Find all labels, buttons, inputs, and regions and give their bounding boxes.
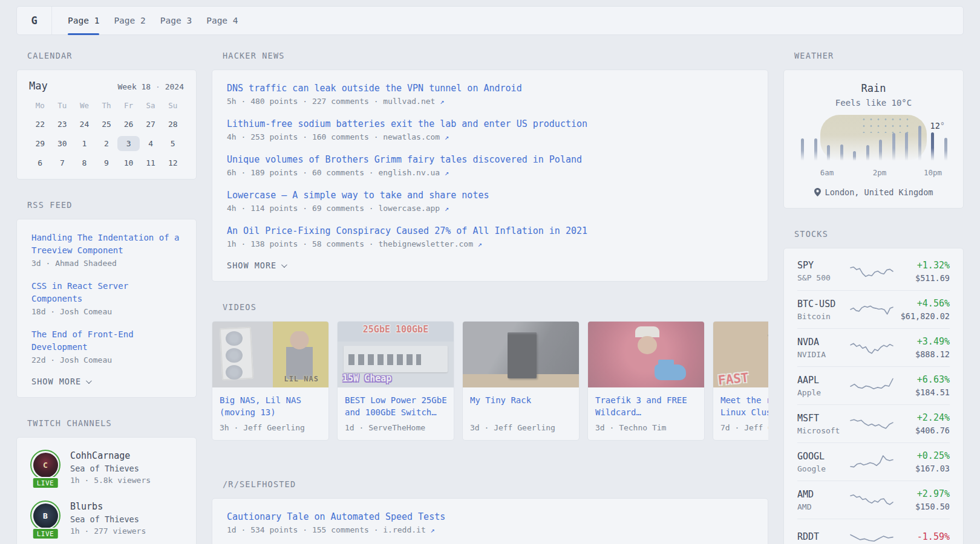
stock-change: +2.97%	[894, 488, 950, 499]
hackernews-item-meta-text: 4h · 253 points · 160 comments · newatla…	[227, 132, 440, 141]
video-title[interactable]: Traefik 3 and FREEWildcard…	[595, 394, 697, 418]
calendar-day: 2	[96, 136, 118, 151]
stock-row-aapl[interactable]: AAPL Apple +6.63% $184.51	[797, 366, 950, 404]
video-card-tiny-rack[interactable]: My Tiny Rack 3d · Jeff Geerling	[462, 321, 580, 441]
rss-show-more-button[interactable]: SHOW MORE	[31, 377, 181, 386]
hackernews-show-more-label: SHOW MORE	[227, 261, 276, 270]
video-title[interactable]: My Tiny Rack	[470, 394, 572, 418]
reddit-item-meta-text: 1d · 534 points · 155 comments · i.redd.…	[227, 525, 426, 534]
twitch-channel-blurbs[interactable]: B LIVE Blurbs Sea of Thieves 1h · 277 vi…	[30, 500, 183, 536]
hackernews-item-link[interactable]: DNS traffic can leak outside the VPN tun…	[227, 83, 522, 94]
video-thumbnail[interactable]: 25GbE 100GbE 15W Cheap	[338, 322, 454, 387]
hackernews-item-link[interactable]: Lowercase – A simple way to take and sha…	[227, 190, 489, 201]
video-title[interactable]: Big NAS, Lil NAS(moving 13)	[220, 394, 321, 418]
external-link-icon[interactable]: ↗	[440, 97, 444, 106]
stock-symbol: GOOGL	[797, 451, 849, 462]
stock-change: +0.25%	[894, 450, 950, 461]
stock-name: Apple	[797, 388, 849, 397]
tab-page-3[interactable]: Page 3	[153, 7, 199, 34]
reddit-item-link[interactable]: Cautionary Tale on Automated Speed Tests	[227, 511, 445, 522]
external-link-icon[interactable]: ↗	[445, 169, 449, 177]
video-card-25gbe-switch[interactable]: 25GbE 100GbE 15W Cheap BEST Low Power 25…	[337, 321, 454, 441]
hackernews-item-link[interactable]: Unique volumes of Brothers Grimm fairy t…	[227, 154, 582, 165]
external-link-icon[interactable]: ↗	[431, 526, 435, 534]
calendar-day: 23	[51, 117, 74, 132]
video-title[interactable]: Meet the rLinux Clus	[720, 394, 768, 418]
rss-item-link[interactable]: The End of Front-End Development	[31, 329, 134, 352]
calendar-week-prefix: Week	[117, 82, 136, 91]
temperature-bars	[797, 125, 951, 161]
reddit-item: Cautionary Tale on Automated Speed Tests…	[227, 511, 753, 534]
rss-item: Handling The Indentation of a Treeview C…	[31, 232, 181, 268]
rss-section-title: RSS FEED	[27, 200, 197, 210]
rss-item-link[interactable]: CSS in React Server Components	[31, 281, 128, 303]
twitch-section-title: TWITCH CHANNELS	[27, 418, 197, 428]
page-tabs: Page 1 Page 2 Page 3 Page 4	[52, 7, 246, 34]
tab-page-4[interactable]: Page 4	[199, 7, 245, 34]
time-label: 2pm	[873, 168, 887, 177]
rss-show-more-label: SHOW MORE	[31, 377, 81, 386]
video-thumbnail[interactable]: FAST	[713, 322, 768, 387]
calendar-day: 5	[162, 136, 184, 151]
video-thumbnail[interactable]	[463, 322, 579, 387]
video-card-linux-cluster[interactable]: FAST Meet the rLinux Clus 7d · Jeff Geer…	[713, 321, 768, 441]
hackernews-item-link[interactable]: An Oil Price-Fixing Conspiracy Caused 27…	[227, 225, 587, 236]
rss-item-link[interactable]: Handling The Indentation of a Treeview C…	[31, 233, 179, 255]
video-thumbnail[interactable]: LIL NAS	[212, 322, 328, 387]
stock-change: +4.56%	[894, 298, 950, 309]
temperature-bar	[827, 145, 830, 161]
stock-row-amd[interactable]: AMD AMD +2.97% $150.50	[797, 481, 950, 519]
stock-change: +6.63%	[894, 374, 950, 385]
video-card-big-nas[interactable]: LIL NAS Big NAS, Lil NAS(moving 13) 3h ·…	[212, 321, 329, 441]
stock-row-nvda[interactable]: NVDA NVIDIA +3.49% $888.12	[797, 328, 950, 366]
video-title[interactable]: BEST Low Power 25GbEand 100GbE Switch…	[345, 394, 446, 418]
weather-condition: Rain	[797, 82, 950, 94]
live-badge: LIVE	[32, 528, 59, 540]
calendar-day: 30	[51, 136, 74, 151]
stock-sparkline	[849, 300, 894, 319]
external-link-icon[interactable]: ↗	[478, 240, 482, 248]
calendar-day: 12	[162, 155, 184, 170]
stock-row-spy[interactable]: SPY S&P 500 +1.32% $511.69	[797, 252, 950, 290]
weather-widget: Rain Feels like 10°C 12° 6am 2pm 10pm	[783, 70, 964, 209]
video-thumbnail[interactable]	[588, 322, 704, 387]
weather-hourly-chart: 12°	[797, 114, 951, 168]
avatar: C	[33, 453, 58, 478]
tab-page-1[interactable]: Page 1	[60, 7, 106, 34]
rss-widget: Handling The Indentation of a Treeview C…	[16, 219, 197, 398]
twitch-channel-cohhcarnage[interactable]: C LIVE CohhCarnage Sea of Thieves 1h · 5…	[30, 450, 183, 485]
stock-change: +1.32%	[894, 260, 950, 271]
hackernews-section: HACKER NEWS DNS traffic can leak outside…	[212, 51, 768, 282]
tab-page-2[interactable]: Page 2	[106, 7, 152, 34]
video-meta: 3d · Jeff Geerling	[470, 423, 572, 432]
reddit-widget: Cautionary Tale on Automated Speed Tests…	[212, 498, 768, 544]
stock-symbol: BTC-USD	[797, 299, 849, 309]
calendar-widget: May Week 18 · 2024 Mo Tu We Th Fr Sa Su …	[16, 70, 197, 180]
twitch-channel-name[interactable]: CohhCarnage	[70, 450, 151, 461]
video-card-traefik[interactable]: Traefik 3 and FREEWildcard… 3d · Techno …	[587, 321, 705, 441]
calendar-weekday: Mo	[29, 100, 51, 112]
stock-sparkline	[849, 453, 894, 471]
reddit-section-title: /R/SELFHOSTED	[223, 479, 768, 489]
stock-row-btc-usd[interactable]: BTC-USD Bitcoin +4.56% $61,820.02	[797, 290, 950, 328]
hackernews-item-meta-text: 6h · 189 points · 60 comments · english.…	[227, 168, 440, 177]
calendar-day: 9	[96, 155, 118, 170]
stock-row-googl[interactable]: GOOGL Google +0.25% $167.03	[797, 442, 950, 481]
stock-row-msft[interactable]: MSFT Microsoft +2.24% $406.76	[797, 404, 950, 442]
external-link-icon[interactable]: ↗	[445, 204, 449, 213]
calendar-day: 22	[29, 117, 51, 132]
thumbnail-art	[588, 322, 704, 387]
twitch-channel-name[interactable]: Blurbs	[70, 501, 146, 512]
stocks-section-title: STOCKS	[794, 229, 964, 239]
rss-item-meta: 22d · Josh Comeau	[31, 355, 181, 364]
stock-row-rddt[interactable]: RDDT -1.59%	[797, 519, 950, 544]
stock-name: Google	[797, 464, 849, 473]
external-link-icon[interactable]: ↗	[445, 133, 449, 141]
calendar-day: 10	[117, 155, 140, 170]
stock-name: AMD	[797, 502, 849, 511]
calendar-section-title: CALENDAR	[27, 51, 197, 60]
hackernews-item-link[interactable]: Lithium-free sodium batteries exit the l…	[227, 118, 587, 129]
calendar-weekday: We	[73, 100, 96, 112]
calendar-day: 6	[29, 155, 51, 170]
hackernews-show-more-button[interactable]: SHOW MORE	[227, 261, 753, 270]
